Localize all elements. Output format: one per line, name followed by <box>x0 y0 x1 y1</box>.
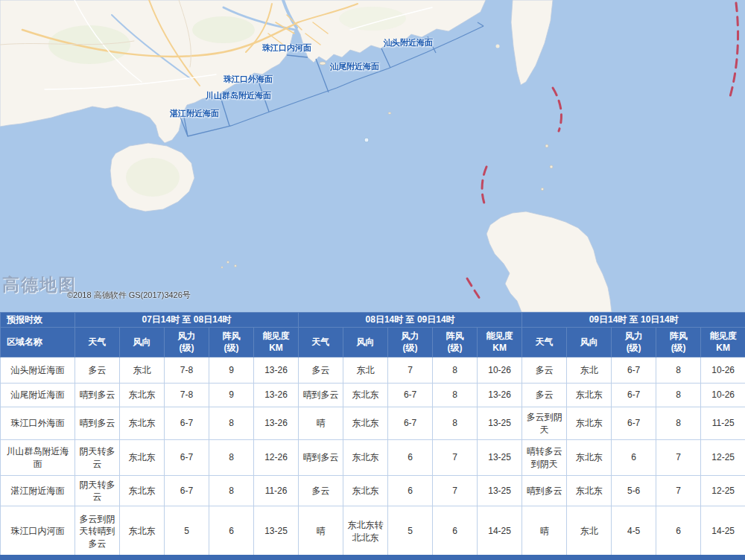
weather-cell: 晴 <box>299 407 343 440</box>
weather-cell: 多云 <box>522 384 567 407</box>
wind-force-cell: 6 <box>388 476 433 506</box>
gust-cell: 7 <box>433 476 478 506</box>
period-2-header: 08日14时 至 09日14时 <box>299 313 522 328</box>
next-table-header-partial <box>0 555 745 560</box>
visibility-cell: 11-25 <box>701 407 745 440</box>
corner-region-name: 区域名称 <box>1 328 75 357</box>
weather-cell: 多云 <box>75 357 120 384</box>
gust-cell: 6 <box>433 506 478 557</box>
gust-cell: 9 <box>209 384 254 407</box>
weather-cell: 阴天转多云 <box>75 476 120 506</box>
visibility-cell: 10-26 <box>478 357 522 384</box>
visibility-cell: 13-25 <box>478 440 522 476</box>
region-name: 汕头附近海面 <box>1 357 75 384</box>
gust-cell: 8 <box>656 384 701 407</box>
gust-cell: 6 <box>209 506 254 557</box>
wind-force-header: 风力 (级) <box>612 328 656 357</box>
weather-cell: 晴到多云 <box>522 476 567 506</box>
wind-direction-cell: 东北东 <box>567 407 612 440</box>
wind-direction-cell: 东北东 <box>567 476 612 506</box>
table-row: 珠江口外海面 晴到多云 东北东 6-7 8 13-26 晴 东北东 6-7 8 … <box>1 407 745 440</box>
gust-cell: 6 <box>656 506 701 557</box>
wind-direction-cell: 东北东 <box>343 384 388 407</box>
period-header-row: 预报时效 07日14时 至 08日14时 08日14时 至 09日14时 09日… <box>1 313 745 328</box>
wind-force-cell: 4-5 <box>612 506 656 557</box>
wind-direction-cell: 东北东 <box>120 476 165 506</box>
area-label-zhujiangkou-inner: 珠江口内河面 <box>262 42 311 54</box>
wind-direction-header: 风向 <box>567 328 612 357</box>
wind-force-cell: 6-7 <box>612 384 656 407</box>
visibility-cell: 12-26 <box>254 440 299 476</box>
penghu-islands <box>496 45 500 48</box>
weather-cell: 多云 <box>299 357 343 384</box>
wind-direction-cell: 东北东 <box>567 440 612 476</box>
gust-cell: 8 <box>209 407 254 440</box>
weather-header: 天气 <box>522 328 567 357</box>
weather-cell: 晴转多云到阴天 <box>522 440 567 476</box>
wind-force-cell: 6 <box>388 440 433 476</box>
gust-cell: 8 <box>433 357 478 384</box>
gust-cell: 8 <box>433 407 478 440</box>
wind-direction-cell: 东北东 <box>567 384 612 407</box>
gust-header: 阵风 (级) <box>656 328 701 357</box>
gust-cell: 7 <box>656 476 701 506</box>
visibility-header: 能见度 KM <box>478 328 522 357</box>
forecast-table-section: 预报时效 07日14时 至 08日14时 08日14时 至 09日14时 09日… <box>0 312 745 560</box>
visibility-cell: 14-25 <box>478 506 522 557</box>
amap-logo: 高德地图 <box>2 273 77 296</box>
period-1-header: 07日14时 至 08日14时 <box>75 313 299 328</box>
wind-force-cell: 7-8 <box>165 357 209 384</box>
gust-cell: 8 <box>209 440 254 476</box>
visibility-cell: 13-25 <box>478 476 522 506</box>
wind-force-cell: 6-7 <box>388 407 433 440</box>
visibility-cell: 10-26 <box>701 384 745 407</box>
forecast-table: 预报时效 07日14时 至 08日14时 08日14时 至 09日14时 09日… <box>0 312 745 557</box>
region-name: 川山群岛附近海面 <box>1 440 75 476</box>
weather-cell: 晴 <box>522 506 567 557</box>
wind-force-cell: 6-7 <box>165 440 209 476</box>
region-name: 湛江附近海面 <box>1 476 75 506</box>
weather-cell: 阴天转多云 <box>75 440 120 476</box>
gust-header: 阵风 (级) <box>209 328 254 357</box>
table-row: 汕头附近海面 多云 东北 7-8 9 13-26 多云 东北 7 8 10-26… <box>1 357 745 384</box>
visibility-cell: 10-26 <box>701 357 745 384</box>
map-canvas[interactable]: 珠江口内河面 汕头附近海面 汕尾附近海面 珠江口外海面 川山群岛附近海面 湛江附… <box>0 0 745 312</box>
wind-direction-cell: 东北东转北北东 <box>343 506 388 557</box>
weather-cell: 多云 <box>522 357 567 384</box>
gust-header: 阵风 (级) <box>433 328 478 357</box>
region-name: 汕尾附近海面 <box>1 384 75 407</box>
period-3-header: 09日14时 至 10日14时 <box>522 313 745 328</box>
weather-cell: 晴 <box>299 506 343 557</box>
gust-cell: 7 <box>656 440 701 476</box>
visibility-cell: 14-25 <box>701 506 745 557</box>
wind-force-cell: 5 <box>165 506 209 557</box>
map-graphic <box>0 0 745 312</box>
wind-force-header: 风力 (级) <box>388 328 433 357</box>
table-row: 汕尾附近海面 晴到多云 东北东 7-8 9 13-26 晴到多云 东北东 6-7… <box>1 384 745 407</box>
gust-cell: 8 <box>209 476 254 506</box>
wind-direction-cell: 东北东 <box>120 440 165 476</box>
visibility-cell: 12-25 <box>701 476 745 506</box>
weather-header: 天气 <box>75 328 120 357</box>
wind-force-cell: 6-7 <box>165 476 209 506</box>
wind-force-cell: 6-7 <box>388 384 433 407</box>
weather-cell: 晴到多云 <box>299 384 343 407</box>
wind-direction-cell: 东北东 <box>343 476 388 506</box>
area-label-chuanshan: 川山群岛附近海面 <box>206 90 271 101</box>
weather-cell: 晴到多云 <box>75 384 120 407</box>
wind-direction-header: 风向 <box>343 328 388 357</box>
wind-force-cell: 7-8 <box>165 384 209 407</box>
visibility-cell: 13-26 <box>254 357 299 384</box>
wind-force-cell: 7 <box>388 357 433 384</box>
visibility-cell: 13-26 <box>478 384 522 407</box>
visibility-header: 能见度 KM <box>254 328 299 357</box>
wind-direction-cell: 东北 <box>567 506 612 557</box>
gust-cell: 8 <box>433 384 478 407</box>
column-header-row: 区域名称 天气 风向 风力 (级) 阵风 (级) 能见度 KM 天气 风向 风力… <box>1 328 745 357</box>
area-label-zhujiangkou-outer: 珠江口外海面 <box>224 74 273 85</box>
weather-cell: 多云 <box>299 476 343 506</box>
wind-force-cell: 6 <box>612 440 656 476</box>
visibility-header: 能见度 KM <box>701 328 745 357</box>
wind-direction-cell: 东北东 <box>343 407 388 440</box>
area-label-shanwei: 汕尾附近海面 <box>330 61 379 72</box>
